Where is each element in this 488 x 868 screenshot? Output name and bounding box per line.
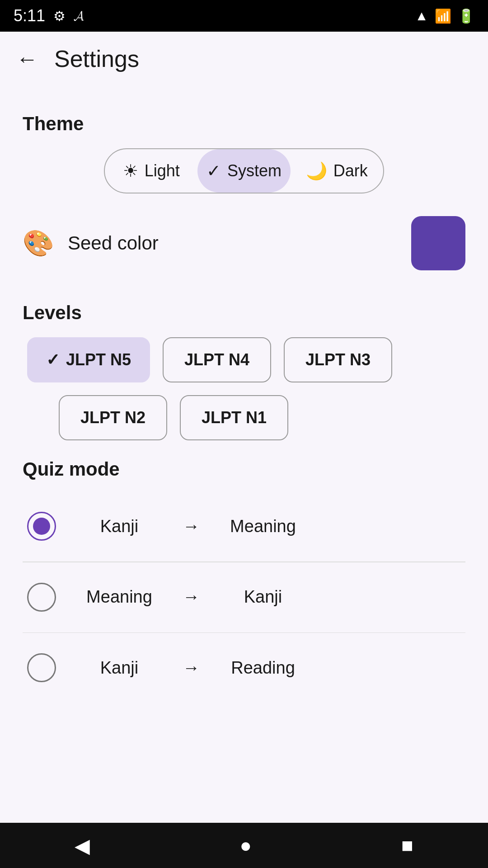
level-n1-button[interactable]: JLPT N1 <box>180 395 288 440</box>
level-n1-label: JLPT N1 <box>202 408 267 427</box>
signal-icon: 📶 <box>435 8 451 24</box>
theme-light-button[interactable]: ☀ Light <box>105 149 197 193</box>
moon-icon: 🌙 <box>306 161 327 181</box>
levels-section-label: Levels <box>23 302 465 324</box>
quiz-from-kanji2: Kanji <box>74 658 164 678</box>
check-icon: ✓ <box>206 161 221 181</box>
nav-recents-button[interactable]: ■ <box>401 834 413 857</box>
level-n2-button[interactable]: JLPT N2 <box>59 395 167 440</box>
divider-1 <box>23 561 465 562</box>
quiz-from-meaning: Meaning <box>74 587 164 607</box>
nav-home-button[interactable]: ● <box>239 834 252 857</box>
level-n5-label: JLPT N5 <box>66 350 131 369</box>
level-n5-check: ✓ <box>46 350 60 369</box>
quiz-arrow-1: → <box>183 587 200 607</box>
back-button[interactable]: ← <box>14 45 41 72</box>
theme-system-label: System <box>227 161 282 180</box>
nav-back-button[interactable]: ◀ <box>75 834 90 857</box>
settings-icon: ⚙ <box>53 8 66 24</box>
accessibility-icon: 𝓐 <box>74 8 84 24</box>
theme-dark-label: Dark <box>333 161 368 180</box>
radio-kanji-meaning <box>27 512 56 541</box>
levels-row2: JLPT N2 JLPT N1 <box>23 395 465 440</box>
wifi-icon: ▲ <box>415 8 428 24</box>
quiz-arrow-2: → <box>183 658 200 678</box>
navigation-bar: ◀ ● ■ <box>0 823 488 868</box>
quiz-option-kanji-meaning[interactable]: Kanji → Meaning <box>23 494 465 559</box>
theme-system-button[interactable]: ✓ System <box>197 149 290 193</box>
nav-home-icon: ● <box>239 834 252 857</box>
quiz-to-kanji: Kanji <box>218 587 308 607</box>
quiz-arrow-0: → <box>183 517 200 536</box>
level-n5-button[interactable]: ✓ JLPT N5 <box>27 337 150 382</box>
radio-inner-kanji-meaning <box>33 518 50 535</box>
quiz-mode-section-label: Quiz mode <box>23 458 465 480</box>
theme-light-label: Light <box>145 161 180 180</box>
level-n3-button[interactable]: JLPT N3 <box>284 337 392 382</box>
level-n4-label: JLPT N4 <box>184 350 249 369</box>
seed-color-row: 🎨 Seed color <box>23 203 465 284</box>
divider-2 <box>23 632 465 633</box>
sun-icon: ☀ <box>123 161 138 181</box>
quiz-to-reading: Reading <box>218 658 308 678</box>
app-bar: ← Settings <box>0 32 488 86</box>
seed-color-label: Seed color <box>68 232 411 254</box>
quiz-option-kanji-reading[interactable]: Kanji → Reading <box>23 635 465 701</box>
quiz-to-meaning: Meaning <box>218 517 308 536</box>
back-arrow-icon: ← <box>16 47 38 71</box>
radio-meaning-kanji <box>27 583 56 612</box>
nav-back-icon: ◀ <box>75 834 90 857</box>
theme-section-label: Theme <box>23 113 465 135</box>
palette-icon: 🎨 <box>23 228 54 258</box>
settings-content: Theme ☀ Light ✓ System 🌙 Dark 🎨 Seed col… <box>0 86 488 710</box>
quiz-from-kanji: Kanji <box>74 517 164 536</box>
quiz-option-meaning-kanji[interactable]: Meaning → Kanji <box>23 565 465 630</box>
status-bar: 5:11 ⚙ 𝓐 ▲ 📶 🔋 <box>0 0 488 32</box>
level-n3-label: JLPT N3 <box>305 350 371 369</box>
nav-recents-icon: ■ <box>401 834 413 857</box>
status-time: 5:11 <box>14 6 45 25</box>
page-title: Settings <box>54 45 139 72</box>
level-n4-button[interactable]: JLPT N4 <box>163 337 271 382</box>
theme-dark-button[interactable]: 🌙 Dark <box>291 149 383 193</box>
battery-icon: 🔋 <box>458 8 474 24</box>
levels-row1: ✓ JLPT N5 JLPT N4 JLPT N3 <box>23 337 465 382</box>
theme-toggle: ☀ Light ✓ System 🌙 Dark <box>104 148 384 193</box>
radio-kanji-reading <box>27 653 56 682</box>
level-n2-label: JLPT N2 <box>80 408 145 427</box>
seed-color-swatch[interactable] <box>411 216 465 270</box>
